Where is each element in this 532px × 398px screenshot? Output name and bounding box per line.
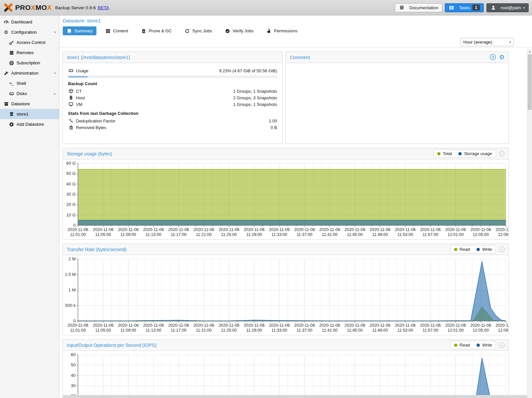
sidebar-item-disks[interactable]: Disks ▸ bbox=[0, 88, 59, 99]
legend-dot bbox=[437, 152, 441, 155]
collapse-panel-button[interactable]: − bbox=[499, 151, 505, 156]
gear-icon[interactable]: ⚙ bbox=[499, 54, 505, 60]
monitor-icon bbox=[68, 102, 74, 107]
legend-dot bbox=[477, 344, 480, 347]
sidebar-item-remotes[interactable]: Remotes bbox=[0, 48, 59, 58]
svg-text:2020-11-06: 2020-11-06 bbox=[495, 227, 509, 232]
svg-text:0: 0 bbox=[73, 223, 76, 228]
book-icon bbox=[66, 29, 72, 33]
legend-read: Read bbox=[454, 247, 470, 252]
trash-icon bbox=[141, 29, 146, 33]
svg-text:2020-11-06: 2020-11-06 bbox=[93, 227, 114, 232]
key-icon bbox=[9, 40, 14, 45]
usage-value: 9.23% (4.67 GiB of 50.56 GiB) bbox=[219, 68, 277, 73]
svg-text:11:33:00: 11:33:00 bbox=[271, 328, 287, 333]
user-icon bbox=[490, 5, 496, 10]
dedup-row: Deduplication Factor 1.00 bbox=[68, 117, 277, 124]
legend-total: Total bbox=[437, 151, 452, 156]
edit-comment-button[interactable] bbox=[490, 54, 496, 61]
sidebar: Dashboard ⚙ Configuration ▾ Access Contr… bbox=[0, 16, 59, 398]
tab-sync-jobs[interactable]: Sync Jobs bbox=[181, 26, 216, 35]
svg-text:2020-11-06: 2020-11-06 bbox=[420, 227, 441, 232]
tab-content[interactable]: Content bbox=[102, 26, 132, 35]
legend-dot bbox=[458, 152, 462, 155]
sidebar-item-administration[interactable]: Administration ▾ bbox=[0, 68, 59, 78]
iops-panel: Input/Output Operations per Second (IOPS… bbox=[62, 339, 509, 398]
sidebar-item-datastore[interactable]: Datastore bbox=[0, 99, 59, 109]
trash-icon bbox=[68, 125, 74, 130]
svg-text:11:17:00: 11:17:00 bbox=[171, 328, 187, 333]
tab-verify-jobs[interactable]: Verify Jobs bbox=[221, 26, 257, 35]
main-content: Datastore: store1 Summary Content Prune … bbox=[60, 16, 532, 398]
hdd-icon bbox=[68, 68, 74, 73]
backup-count-title: Backup Count bbox=[68, 81, 277, 86]
svg-text:2020-11-06: 2020-11-06 bbox=[395, 227, 416, 232]
svg-text:11:57:00: 11:57:00 bbox=[422, 328, 438, 333]
archive-box-icon bbox=[3, 102, 9, 106]
svg-text:11:41:00: 11:41:00 bbox=[322, 232, 337, 237]
svg-text:2020-11-06: 2020-11-06 bbox=[319, 323, 340, 328]
svg-text:2020-11-06: 2020-11-06 bbox=[370, 227, 390, 232]
svg-text:2020-11-06: 2020-11-06 bbox=[294, 227, 315, 232]
host-row: Host 2 Groups, 3 Snapshots bbox=[68, 94, 277, 101]
svg-text:12:01:00: 12:01:00 bbox=[447, 328, 464, 333]
life-ring-icon bbox=[9, 61, 14, 65]
tab-prune-gc[interactable]: Prune & GC bbox=[137, 26, 175, 35]
svg-text:11:09:00: 11:09:00 bbox=[121, 328, 136, 333]
sidebar-item-shell[interactable]: >_ Shell bbox=[0, 78, 59, 88]
sidebar-item-configuration[interactable]: ⚙ Configuration ▾ bbox=[0, 27, 59, 37]
sidebar-item-access-control[interactable]: Access Control bbox=[0, 37, 59, 48]
ct-row: CT 1 Groups, 1 Snapshots bbox=[68, 88, 277, 94]
collapse-panel-button[interactable]: − bbox=[499, 342, 505, 348]
svg-text:11:29:00: 11:29:00 bbox=[246, 328, 262, 333]
tab-permissions[interactable]: Permissions bbox=[263, 26, 301, 35]
book-icon bbox=[399, 5, 405, 10]
sidebar-item-subscription[interactable]: Subscription bbox=[0, 58, 59, 68]
svg-text:2020-11-06: 2020-11-06 bbox=[370, 323, 390, 328]
user-menu-button[interactable]: root@pam ▾ bbox=[486, 3, 529, 12]
svg-text:500 k: 500 k bbox=[65, 303, 76, 308]
svg-text:11:25:00: 11:25:00 bbox=[221, 328, 237, 333]
svg-text:11:41:00: 11:41:00 bbox=[322, 328, 337, 333]
sidebar-item-store1[interactable]: store1 bbox=[0, 109, 59, 119]
collapse-arrow-icon[interactable]: ▾ bbox=[54, 30, 56, 34]
datastore-summary-panel: store1 (/mnt/datastores/store1) Usage 9.… bbox=[62, 51, 283, 144]
legend-write: Write bbox=[477, 343, 492, 348]
scroll-up-arrow[interactable]: ▲ bbox=[527, 49, 532, 54]
svg-text:40 G: 40 G bbox=[66, 182, 76, 186]
legend-dot bbox=[477, 248, 480, 251]
proxmox-logo-icon bbox=[3, 3, 13, 13]
tasks-count-badge: 1 bbox=[472, 5, 480, 11]
panel-title: store1 (/mnt/datastores/store1) bbox=[67, 55, 130, 60]
svg-text:2020-11-06: 2020-11-06 bbox=[269, 227, 290, 232]
removed-bytes-row: Removed Bytes 0 B bbox=[68, 124, 277, 131]
expand-arrow-icon[interactable]: ▸ bbox=[54, 92, 56, 95]
collapse-arrow-icon[interactable]: ▾ bbox=[54, 71, 56, 75]
svg-text:11:01:00: 11:01:00 bbox=[70, 328, 86, 333]
time-range-select[interactable]: Hour (average) ▾ bbox=[460, 38, 514, 46]
collapse-panel-button[interactable]: − bbox=[499, 247, 505, 252]
svg-text:50 G: 50 G bbox=[66, 171, 76, 176]
sidebar-item-dashboard[interactable]: Dashboard bbox=[0, 17, 59, 27]
tasks-button[interactable]: Tasks 1 bbox=[445, 3, 484, 12]
svg-text:11:45:00: 11:45:00 bbox=[347, 232, 363, 237]
svg-text:11:45:00: 11:45:00 bbox=[347, 328, 363, 333]
svg-text:2020-11-06: 2020-11-06 bbox=[445, 323, 466, 328]
svg-text:2020-11-06: 2020-11-06 bbox=[168, 227, 189, 232]
svg-text:1.5 M: 1.5 M bbox=[65, 272, 76, 277]
comment-content[interactable] bbox=[286, 63, 509, 72]
svg-text:1 M: 1 M bbox=[68, 287, 76, 292]
documentation-button[interactable]: Documentation bbox=[395, 3, 442, 12]
vertical-scrollbar[interactable]: ▲ bbox=[527, 49, 532, 398]
scrollbar-thumb[interactable] bbox=[528, 54, 532, 110]
gc-stats-title: Stats from last Garbage Collection bbox=[68, 111, 277, 116]
legend-storage-usage: Storage usage bbox=[458, 151, 492, 156]
product-name: Backup Server 0.9-6 bbox=[55, 5, 96, 10]
svg-text:11:29:00: 11:29:00 bbox=[246, 232, 262, 237]
tab-summary[interactable]: Summary bbox=[63, 26, 96, 35]
svg-text:2020-11-06: 2020-11-06 bbox=[445, 227, 466, 232]
sidebar-item-add-datastore[interactable]: Add Datastore bbox=[0, 119, 59, 129]
dashboard-gauge-icon bbox=[3, 20, 9, 24]
svg-text:12:09:00: 12:09:00 bbox=[498, 232, 509, 237]
beta-link[interactable]: BETA bbox=[98, 5, 109, 10]
